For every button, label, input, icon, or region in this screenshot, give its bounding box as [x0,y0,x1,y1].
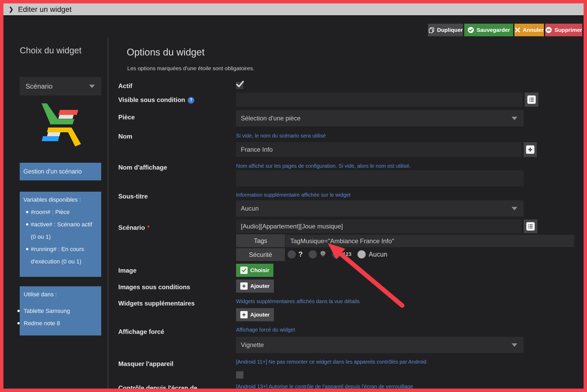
choose-image-label: Choisir [250,267,269,273]
field-label-affichage-force: Affichage forcé [118,328,164,335]
affichage-force-select[interactable]: Vignette [236,337,524,353]
copy-icon [428,27,435,33]
variables-list: #room# : Pièce #active# : Scénario actif… [23,206,99,268]
save-button[interactable]: Sauvegarder [464,24,513,36]
securite-chip-label: Sécurité [249,251,272,258]
chevron-right-icon: ❯ [9,6,13,13]
affichage-force-value: Vignette [241,341,264,349]
plus-icon [526,145,534,154]
actif-checkbox[interactable] [236,82,243,89]
list-icon [526,222,535,231]
field-label-widgets-supplementaires: Widgets supplémentaires [118,300,195,307]
page-title: Editer un widget [18,5,72,14]
field-label-masquer-appareil: Masquer l'appareil [118,360,173,368]
question-icon: ? [298,250,303,258]
controle-ecran-hint: [Android 13+] Autorise le contrôle de l'… [236,384,413,390]
list-icon [527,95,536,104]
required-asterisk: * [147,224,149,231]
securite-radio-none[interactable] [358,250,366,258]
fingerprint-icon [319,250,326,258]
scenario-widget-logo [37,100,89,152]
nom-affichage-hint: Nom affiché sur les pages de configurati… [236,163,411,169]
securite-radio-code[interactable] [332,250,340,258]
check-circle-icon [467,27,474,33]
section-title: Options du widget [127,47,205,58]
check-square-icon [240,267,248,274]
tags-input[interactable] [285,235,574,247]
field-label-nom: Nom [118,133,132,140]
minus-circle-icon [545,27,552,33]
list-item: #room# : Pièce [31,206,99,218]
widgets-supplementaires-hint: Widgets supplémentaires affichés dans la… [236,298,360,304]
widget-type-select[interactable]: Scénario [20,77,101,95]
section-subtitle: Les options marquées d'une étoile sont o… [127,65,254,72]
list-item: Redme note 8 [24,317,99,329]
duplicate-button[interactable]: Dupliquer [428,24,463,36]
masquer-appareil-hint: [Android 11+] Ne pas remonter ce widget … [236,359,426,365]
used-in-panel: Utilisé dans : Tablette Samsung Redme no… [20,286,101,335]
field-label-image: Image [118,267,136,274]
list-item: #running# : En cours d'exécution (0 ou 1… [31,243,99,268]
manage-scenario-button[interactable]: Gestion d'un scénario [20,163,101,180]
numeric-icon: 123 [343,252,352,257]
field-label-scenario: Scénario* [118,224,150,231]
plus-square-icon [240,311,248,318]
choose-image-button[interactable]: Choisir [236,264,273,277]
page-header: ❯ Editer un widget [3,3,584,15]
sous-titre-value: Aucun [241,205,259,212]
used-in-title: Utilisé dans : [24,291,99,298]
scenario-list-button[interactable] [524,220,537,233]
securite-radio-fingerprint[interactable] [309,250,317,258]
list-item: #active# : Scénario actif (0 ou 1) [31,218,99,243]
nom-input[interactable] [236,142,522,157]
add-button-label: Ajouter [250,283,270,289]
visible-condition-input[interactable] [236,93,523,107]
delete-button[interactable]: Supprimer [545,24,582,36]
securite-radio-question[interactable] [288,250,296,258]
used-in-list: Tablette Samsung Redme note 8 [24,305,99,329]
visible-condition-list-button[interactable] [525,93,538,107]
securite-options: ? 123 Aucun [288,250,387,259]
help-icon[interactable]: ? [188,97,194,104]
field-label-visible-condition: Visible sous condition? [118,96,194,104]
chevron-down-icon [89,85,95,88]
cancel-label: Annuler [523,27,544,33]
add-button-label: Ajouter [250,312,270,318]
piece-select[interactable]: Sélection d'une pièce [236,110,524,126]
sous-titre-select[interactable]: Aucun [236,200,524,217]
add-conditional-image-button[interactable]: Ajouter [236,279,274,293]
sous-titre-hint: Information supplémentaire affichée sur … [236,192,350,198]
add-widget-button[interactable]: Ajouter [236,308,274,321]
chevron-down-icon [512,207,517,210]
affichage-force-hint: Affichage forcé du widget [236,327,295,333]
header-divider [3,15,584,16]
sidebar-heading: Choix du widget [20,44,83,57]
delete-label: Supprimer [554,27,582,33]
visible-condition-text: Visible sous condition [118,96,185,103]
plus-square-icon [240,282,248,290]
masquer-appareil-checkbox[interactable] [236,371,243,379]
chevron-down-icon [512,117,517,120]
column-divider [108,37,108,389]
cancel-button[interactable]: Annuler [514,24,544,36]
chevron-down-icon [512,343,517,347]
field-label-images-conditions: Images sous conditions [118,283,190,291]
field-label-piece: Pièce [118,114,135,121]
duplicate-label: Dupliquer [437,27,463,33]
help-glyph: ? [190,98,192,103]
securite-chip: Sécurité [236,248,285,261]
securite-none-label: Aucun [369,251,387,258]
scenario-input[interactable] [236,220,522,233]
scenario-label-text: Scénario [118,224,145,231]
manage-scenario-label: Gestion d'un scénario [23,168,82,175]
x-icon [515,27,520,33]
tags-chip: Tags [236,234,285,247]
tags-chip-label: Tags [254,237,267,245]
nom-affichage-input[interactable] [236,170,524,186]
available-variables-panel: Variables disponibles : #room# : Pièce #… [20,192,101,277]
nom-add-button[interactable] [524,142,537,157]
variables-title: Variables disponibles : [23,196,99,203]
field-label-controle-ecran: Contrôle depuis l'écran de [118,384,197,392]
widget-type-value: Scénario [25,82,53,90]
piece-select-value: Sélection d'une pièce [241,115,300,122]
